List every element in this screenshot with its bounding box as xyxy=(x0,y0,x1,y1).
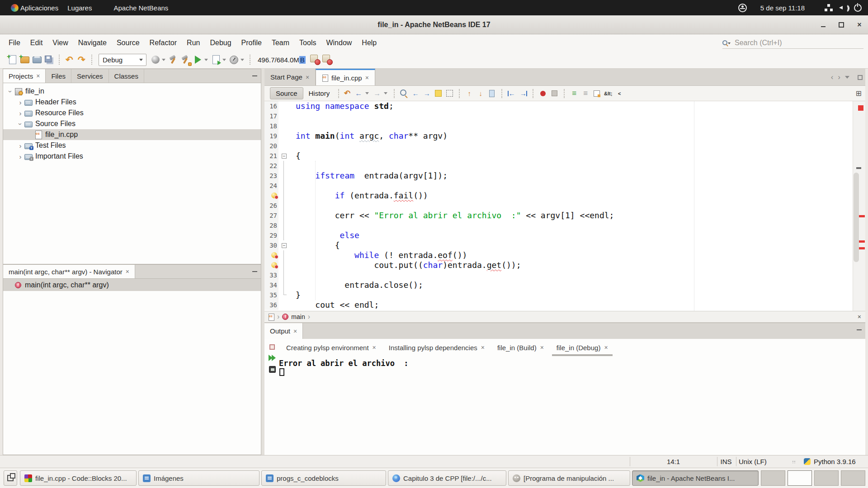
menu-view[interactable]: View xyxy=(47,34,73,51)
rerun-icon[interactable] xyxy=(269,355,276,361)
memory-indicator[interactable]: 496.7/684.0MB xyxy=(258,56,306,64)
close-icon[interactable]: × xyxy=(293,328,297,335)
workspace-3[interactable] xyxy=(814,470,839,486)
error-mark[interactable] xyxy=(859,240,865,243)
scroll-left-icon[interactable]: ‹ xyxy=(831,73,834,82)
source-view-button[interactable]: Source xyxy=(270,87,303,99)
dropdown-arrow-icon[interactable] xyxy=(162,59,165,61)
code-line-31[interactable]: while (! entrada.eof()) xyxy=(264,250,865,260)
build-project-icon[interactable] xyxy=(167,54,179,66)
menu-profile[interactable]: Profile xyxy=(236,34,267,51)
code-line-25[interactable]: if (entrada.fail()) xyxy=(264,191,865,201)
taskbar-button-netbeans[interactable]: file_in - Apache NetBeans I... xyxy=(632,470,759,486)
code-line-24[interactable]: 24 xyxy=(264,181,865,191)
previous-bookmark-icon[interactable] xyxy=(464,89,474,99)
taskbar-button-files[interactable]: progs_c_codeblocks xyxy=(261,470,386,486)
scrollbar-thumb[interactable] xyxy=(854,173,859,262)
menu-debug[interactable]: Debug xyxy=(205,34,236,51)
open-project-icon[interactable] xyxy=(31,54,43,66)
find-icon[interactable] xyxy=(399,89,409,99)
taskbar-button-files[interactable]: Imágenes xyxy=(138,470,259,486)
breadcrumb-item-main[interactable]: main xyxy=(291,313,305,320)
code-line-35[interactable]: 35} xyxy=(264,290,865,300)
code-line-34[interactable]: 34 entrada.close(); xyxy=(264,280,865,290)
menu-team[interactable]: Team xyxy=(267,34,294,51)
code-editor[interactable]: 16using namespace std;171819int main(int… xyxy=(264,101,865,311)
rect-selection-icon[interactable] xyxy=(444,89,454,99)
error-mark[interactable] xyxy=(859,247,865,249)
editor-tab-file-in-cpp[interactable]: file_in.cpp× xyxy=(316,69,375,85)
tab-projects[interactable]: Projects× xyxy=(3,69,46,83)
warning-bulb-icon[interactable] xyxy=(271,252,277,258)
warning-bulb-icon[interactable] xyxy=(271,192,277,198)
menu-edit[interactable]: Edit xyxy=(25,34,48,51)
code-line-22[interactable]: 22 xyxy=(264,161,865,171)
warning-bulb-icon[interactable] xyxy=(271,262,277,268)
configuration-select[interactable]: Debug xyxy=(99,54,146,66)
output-subtab-file-in-debug-[interactable]: file_in (Debug)× xyxy=(550,339,614,356)
workspace-4[interactable] xyxy=(841,470,865,486)
scroll-right-icon[interactable]: › xyxy=(838,73,840,82)
ant-icon[interactable] xyxy=(269,344,275,350)
task-clock-icon[interactable] xyxy=(309,54,321,66)
code-line-28[interactable]: 28 xyxy=(264,221,865,230)
lt-icon[interactable]: < xyxy=(614,89,624,99)
dropdown-arrow-icon[interactable] xyxy=(384,92,387,94)
code-line-32[interactable]: cout.put((char)entrada.get()); xyxy=(264,260,865,270)
code-line-16[interactable]: 16using namespace std; xyxy=(264,101,865,111)
next-bookmark-icon[interactable] xyxy=(476,89,486,99)
output-subtab-creating-pylsp-environment[interactable]: Creating pylsp environment× xyxy=(280,339,382,356)
python-runtime[interactable]: Python 3.9.16 xyxy=(804,455,856,468)
code-line-36[interactable]: 36 cout << endl; xyxy=(264,300,865,310)
history-view-button[interactable]: History xyxy=(303,88,335,99)
code-line-29[interactable]: 29 else xyxy=(264,230,865,240)
taskbar-button-codeblocks[interactable]: file_in.cpp - Code::Blocks 20... xyxy=(20,470,137,486)
search-box[interactable]: Search (Ctrl+I) xyxy=(722,37,863,49)
line-ending[interactable]: Unix (LF) xyxy=(739,455,767,468)
find-previous-icon[interactable] xyxy=(410,89,420,99)
code-line-26[interactable]: 26 xyxy=(264,201,865,211)
expander-icon[interactable]: › xyxy=(17,109,24,117)
close-icon[interactable]: × xyxy=(306,74,309,81)
stop-macro-icon[interactable] xyxy=(549,89,559,99)
code-line-33[interactable]: 33 xyxy=(264,270,865,280)
uncomment-icon[interactable] xyxy=(580,89,590,99)
forward-icon[interactable] xyxy=(372,89,382,99)
error-stripe[interactable] xyxy=(853,101,865,311)
power-icon[interactable] xyxy=(854,4,862,12)
tree-item-important-files[interactable]: ›iImportant Files xyxy=(3,151,261,162)
tab-output[interactable]: Output × xyxy=(264,323,303,339)
code-line-19[interactable]: 19int main(int argc, char** argv) xyxy=(264,131,865,141)
expander-icon[interactable]: › xyxy=(17,99,24,106)
expander-icon[interactable]: › xyxy=(17,120,24,127)
code-line-23[interactable]: 23 ifstream entrada(argv[1]); xyxy=(264,171,865,181)
terminal-icon[interactable] xyxy=(269,366,276,373)
workspace-2[interactable] xyxy=(788,470,812,486)
app-menu-netbeans[interactable]: Apache NetBeans xyxy=(109,0,173,15)
dropdown-arrow-icon[interactable] xyxy=(204,59,208,61)
insert-mode[interactable]: INS xyxy=(717,455,735,468)
close-icon[interactable]: × xyxy=(373,344,376,351)
dropdown-arrow-icon[interactable] xyxy=(241,59,244,61)
menu-help[interactable]: Help xyxy=(357,34,382,51)
new-file-icon[interactable] xyxy=(6,54,19,66)
close-icon[interactable]: × xyxy=(604,344,608,351)
tree-item-file-in[interactable]: ›file_in xyxy=(3,86,261,97)
toggle-bookmark-icon[interactable] xyxy=(487,89,497,99)
start-macro-icon[interactable] xyxy=(538,89,548,99)
toggle-highlight-icon[interactable] xyxy=(433,89,443,99)
maximize-editor-icon[interactable] xyxy=(858,75,863,80)
output-subtab-installing-pylsp-dependencies[interactable]: Installing pylsp dependencies× xyxy=(382,339,491,356)
menu-refactor[interactable]: Refactor xyxy=(145,34,182,51)
vertical-splitter[interactable] xyxy=(261,69,264,455)
redo-icon[interactable]: ↷ xyxy=(75,54,88,66)
tree-item-test-files[interactable]: ›TTest Files xyxy=(3,140,261,151)
tree-item-file-in-cpp[interactable]: file_in.cpp xyxy=(3,129,261,140)
minimize-panel-icon[interactable] xyxy=(252,75,257,76)
undo-icon[interactable]: ↶ xyxy=(63,54,75,66)
code-line-20[interactable]: 20 xyxy=(264,141,865,151)
expander-icon[interactable]: › xyxy=(17,153,24,160)
minimize-panel-icon[interactable] xyxy=(252,271,257,272)
profile-project-icon[interactable] xyxy=(228,54,240,66)
save-all-icon[interactable] xyxy=(43,54,55,66)
